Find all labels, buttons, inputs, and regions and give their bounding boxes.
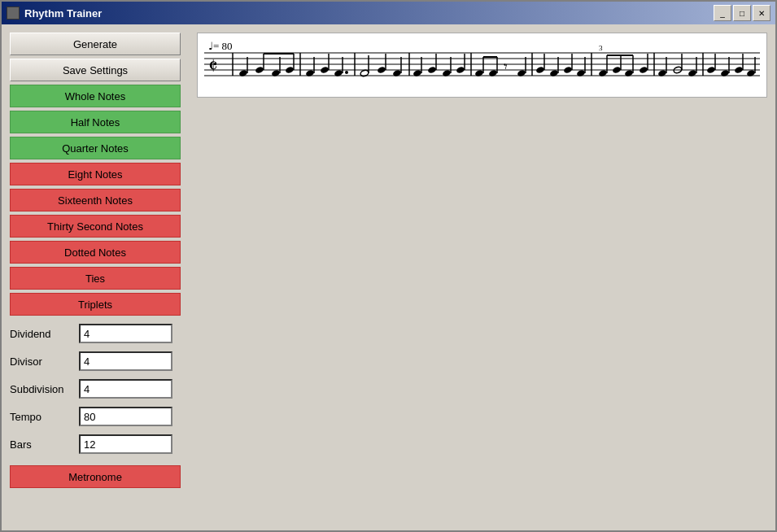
divisor-input[interactable] <box>79 351 172 371</box>
titlebar-buttons: _ □ ✕ <box>714 5 770 21</box>
whole-notes-button[interactable]: Whole Notes <box>10 85 181 107</box>
generate-button[interactable]: Generate <box>10 33 181 55</box>
svg-point-20 <box>320 66 330 74</box>
tempo-row: Tempo <box>10 407 181 426</box>
svg-point-82 <box>734 66 744 74</box>
svg-point-24 <box>345 71 348 74</box>
window-title: Rhythm Trainer <box>24 7 102 20</box>
svg-point-68 <box>639 66 648 74</box>
main-area: ♩= 80 𝄵 <box>189 24 775 530</box>
close-button[interactable]: ✕ <box>753 5 770 21</box>
svg-point-51 <box>535 66 545 74</box>
half-notes-button[interactable]: Half Notes <box>10 111 181 133</box>
svg-point-39 <box>456 66 465 74</box>
tempo-label: Tempo <box>10 411 79 423</box>
triplets-button[interactable]: Triplets <box>10 293 181 316</box>
content-area: Generate Save Settings Whole Notes Half … <box>2 24 775 530</box>
dividend-row: Dividend <box>10 324 181 343</box>
ties-button[interactable]: Ties <box>10 267 181 290</box>
thirty-second-notes-button[interactable]: Thirty Second Notes <box>10 215 181 238</box>
dotted-notes-button[interactable]: Dotted Notes <box>10 241 181 264</box>
svg-point-35 <box>427 66 437 74</box>
form-section: Dividend Divisor Subdivision Tempo Bars <box>10 324 181 462</box>
titlebar-left: Rhythm Trainer <box>7 7 102 20</box>
sidebar: Generate Save Settings Whole Notes Half … <box>2 24 189 530</box>
bars-input[interactable] <box>79 434 172 454</box>
quarter-notes-button[interactable]: Quarter Notes <box>10 137 181 159</box>
dividend-input[interactable] <box>79 324 172 343</box>
svg-point-10 <box>255 66 264 74</box>
minimize-button[interactable]: _ <box>714 5 731 21</box>
score-svg: ♩= 80 𝄵 <box>204 41 760 89</box>
eight-notes-button[interactable]: Eight Notes <box>10 163 181 185</box>
app-icon <box>7 7 20 20</box>
svg-point-63 <box>612 66 622 74</box>
svg-point-78 <box>706 66 716 74</box>
subdivision-label: Subdivision <box>10 383 79 395</box>
svg-text:3: 3 <box>599 44 603 52</box>
dividend-label: Dividend <box>10 328 79 340</box>
svg-point-28 <box>377 66 386 74</box>
svg-text:♩= 80: ♩= 80 <box>208 41 233 52</box>
svg-point-14 <box>285 66 295 74</box>
sixteenth-notes-button[interactable]: Sixteenth Notes <box>10 189 181 211</box>
bars-row: Bars <box>10 434 181 454</box>
svg-text:𝄵: 𝄵 <box>208 55 218 78</box>
maximize-button[interactable]: □ <box>733 5 751 21</box>
metronome-button[interactable]: Metronome <box>10 465 181 488</box>
main-window: Rhythm Trainer _ □ ✕ Generate Save Setti… <box>0 0 777 532</box>
titlebar: Rhythm Trainer _ □ ✕ <box>2 2 775 24</box>
save-settings-button[interactable]: Save Settings <box>10 59 181 81</box>
score-area: ♩= 80 𝄵 <box>197 33 767 98</box>
divisor-label: Divisor <box>10 355 79 368</box>
subdivision-input[interactable] <box>79 379 172 399</box>
divisor-row: Divisor <box>10 351 181 371</box>
bars-label: Bars <box>10 438 79 451</box>
tempo-input[interactable] <box>79 407 172 426</box>
subdivision-row: Subdivision <box>10 379 181 399</box>
svg-point-55 <box>563 66 573 74</box>
